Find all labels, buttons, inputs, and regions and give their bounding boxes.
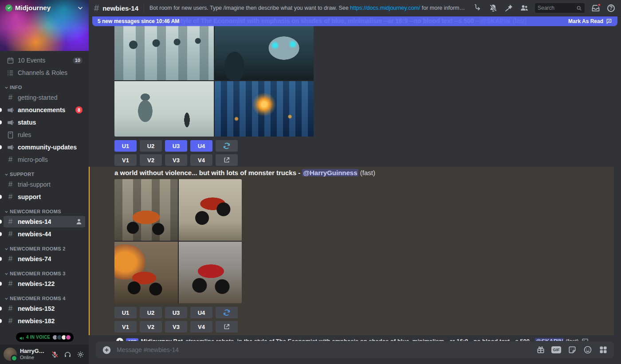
attach-plus-icon[interactable] [102,345,111,355]
category-newcomer-rooms-3[interactable]: NEWCOMER ROOMS 3 [4,270,85,277]
reroll-button[interactable] [216,140,238,152]
user-mention[interactable]: @HarryGuinness [302,169,358,176]
variation-button-v4[interactable]: V4 [190,321,212,333]
variation-button-v2[interactable]: V2 [140,154,162,166]
upscale-button-u1[interactable]: U1 [114,307,137,318]
mark-as-read-button[interactable]: Mark As Read [568,18,612,24]
variation-button-v1[interactable]: V1 [114,154,137,166]
sidebar-item-channels-roles[interactable]: Channels & Roles [4,67,85,78]
category-info[interactable]: INFO [4,84,85,91]
upscale-button-u4[interactable]: U4 [190,307,212,318]
truck-image-1[interactable] [114,179,178,241]
inbox-icon[interactable] [591,4,600,13]
channel-label: rules [18,131,31,138]
open-external-button[interactable] [216,321,238,333]
variation-button-v3[interactable]: V3 [165,154,187,166]
sidebar-item-newbies-14[interactable]: newbies-14 [4,216,85,227]
user-info[interactable]: HarryGuin... Online [20,348,47,360]
member-list-icon[interactable] [519,4,529,13]
sidebar-item-newbies-74[interactable]: newbies-74 [4,253,85,265]
sidebar-item-events[interactable]: 10 Events 10 [4,55,85,66]
midjourney-bot-avatar[interactable] [116,338,123,341]
help-icon[interactable] [606,4,616,13]
sidebar-item-community-updates[interactable]: community-updates [4,141,85,153]
prompt-bold-text: a world without violence... but with lot… [114,169,300,176]
mic-muted-icon[interactable] [50,349,59,359]
reroll-button[interactable] [216,307,238,318]
sidebar-item-micro-polls[interactable]: micro-polls [4,154,85,165]
category-support[interactable]: SUPPORT [4,171,85,178]
upscale-button-u3[interactable]: U3 [165,307,187,318]
channel-topic[interactable]: Bot room for new users. Type /imagine th… [149,5,467,11]
category-newcomer-rooms-2[interactable]: NEWCOMER ROOMS 2 [4,245,85,252]
notifications-muted-icon[interactable] [488,4,498,13]
chevron-down-icon [4,210,8,214]
server-header[interactable]: Midjourney [0,0,89,16]
reply-preview[interactable]: APP Midjourney Bot streamline robots, in… [114,337,614,341]
chevron-down-icon [4,297,8,301]
channel-label: support [18,193,41,200]
sidebar-item-status[interactable]: status [4,117,85,128]
bot-name[interactable]: Midjourney Bot [141,338,183,341]
headphones-icon[interactable] [63,349,72,359]
user-avatar[interactable] [4,348,17,361]
sidebar-item-announcements[interactable]: announcements 8 [4,104,85,116]
image-attachment-icon [582,338,589,341]
message-scroll-area[interactable]: design robots, in the style of The Econo… [89,16,621,341]
channel-label: micro-polls [18,156,48,163]
search-bar[interactable] [535,3,585,13]
new-messages-banner[interactable]: 5 new messages since 10:46 AM Mark As Re… [92,16,617,26]
sidebar-item-newbies-44[interactable]: newbies-44 [4,228,85,240]
category-newcomer-rooms[interactable]: NEWCOMER ROOMS [4,208,85,215]
sidebar-item-newbies-182[interactable]: newbies-182 [4,315,85,327]
truck-image-2[interactable] [179,179,242,241]
settings-gear-icon[interactable] [75,349,85,359]
variation-button-v4[interactable]: V4 [190,154,212,166]
emoji-icon[interactable] [583,345,592,355]
channel-header: newbies-14 Bot room for new users. Type … [89,0,621,16]
channel-list[interactable]: 10 Events 10 Channels & Roles INFO getti… [0,51,89,344]
megaphone-icon [6,106,15,114]
mention-count-badge: 8 [75,106,83,114]
upscale-button-u2[interactable]: U2 [140,140,162,152]
sidebar-item-getting-started[interactable]: getting-started [4,92,85,103]
search-input[interactable] [538,5,574,11]
username: HarryGuin... [20,348,47,355]
variation-button-v3[interactable]: V3 [165,321,187,333]
open-external-button[interactable] [216,154,238,166]
robot-image-4[interactable] [215,81,314,137]
sidebar-item-trial-support[interactable]: trial-support [4,179,85,190]
sidebar-item-newbies-152[interactable]: newbies-152 [4,303,85,314]
upscale-button-u1[interactable]: U1 [114,140,137,152]
voice-count-label: 4 IN VOICE [26,335,50,340]
threads-icon[interactable] [473,4,482,13]
upscale-button-u2[interactable]: U2 [140,307,162,318]
voice-activity-pill[interactable]: 4 IN VOICE [16,333,74,342]
gif-picker-icon[interactable]: GIF [551,346,561,353]
user-mention[interactable]: @SKAPIN [535,338,564,341]
category-newcomer-rooms-4[interactable]: NEWCOMER ROOMS 4 [4,295,85,302]
upscale-button-u4[interactable]: U4 [190,140,212,152]
member-wave-icon[interactable] [75,218,83,225]
truck-image-4[interactable] [179,242,242,303]
robot-image-2[interactable] [215,25,314,80]
sticker-icon[interactable] [567,345,577,355]
robot-image-3[interactable] [114,81,214,137]
apps-icon[interactable] [598,345,608,355]
variation-button-v1[interactable]: V1 [114,321,137,333]
sidebar-item-rules[interactable]: rules [4,129,85,141]
pinned-messages-icon[interactable] [504,4,513,13]
channel-label: status [18,119,36,126]
truck-image-3[interactable] [114,242,178,303]
topic-link[interactable]: https://docs.midjourney.com/ [350,5,420,11]
message-composer[interactable]: GIF [96,341,614,358]
variation-button-v2[interactable]: V2 [140,321,162,333]
sidebar-item-newbies-122[interactable]: newbies-122 [4,278,85,290]
robot-image-1[interactable] [114,25,214,80]
upscale-button-u3[interactable]: U3 [165,140,187,152]
channel-label: newbies-152 [18,305,55,312]
sidebar-item-support[interactable]: support [4,191,85,203]
server-sidebar: Midjourney 10 Events 10 Channels & Roles… [0,0,89,364]
gift-icon[interactable] [536,345,545,355]
message-input[interactable] [117,346,531,353]
